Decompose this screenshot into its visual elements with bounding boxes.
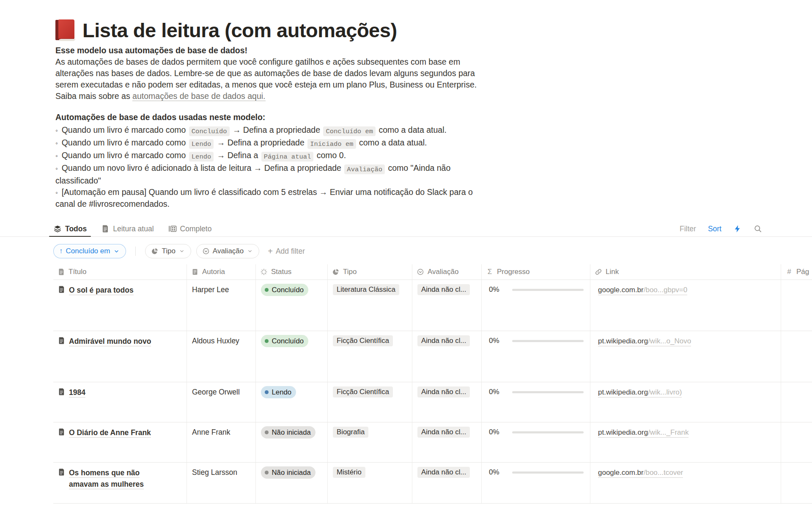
link-value[interactable]: google.com.br/boo...tcover xyxy=(598,469,683,478)
cell-avaliacao[interactable]: Ainda não cl... xyxy=(412,331,482,382)
avaliacao-tag[interactable]: Ainda não cl... xyxy=(417,386,470,397)
automation-list: ◦Quando um livro é marcado como Concluíd… xyxy=(55,124,812,210)
column-header-progresso[interactable]: ΣProgresso xyxy=(482,264,590,280)
cell-progresso[interactable]: 0% xyxy=(482,280,590,331)
row-title[interactable]: Admirável mundo novo xyxy=(69,336,168,347)
avaliacao-tag[interactable]: Ainda não cl... xyxy=(417,335,470,346)
cell-status[interactable]: Não iniciada xyxy=(256,422,328,462)
automations-heading: Automações de base de dados usadas neste… xyxy=(55,112,812,123)
table-row[interactable]: Os homens que não amavam as mulheresStie… xyxy=(53,463,812,504)
chevron-down-icon xyxy=(113,248,120,255)
column-header-link[interactable]: Link xyxy=(590,264,781,280)
cell-progresso[interactable]: 0% xyxy=(482,331,590,382)
column-header-tipo[interactable]: Tipo xyxy=(328,264,412,280)
tipo-tag[interactable]: Ficção Científica xyxy=(333,335,393,346)
cell-autoria[interactable]: Harper Lee xyxy=(187,280,256,331)
cell-autoria[interactable]: George Orwell xyxy=(187,382,256,422)
automations-bolt-icon[interactable] xyxy=(733,225,742,233)
tipo-tag[interactable]: Literatura Clássica xyxy=(333,284,399,295)
tab-leitura-atual[interactable]: Leitura atual xyxy=(97,221,158,236)
tipo-filter-chip[interactable]: Tipo xyxy=(145,244,191,258)
tab-completo[interactable]: Completo xyxy=(164,221,216,236)
cell-status[interactable]: Concluído xyxy=(256,331,328,382)
sort-chip-concluido-em[interactable]: ↑ Concluído em xyxy=(53,244,126,258)
cell-pag[interactable] xyxy=(781,463,812,503)
cell-titulo[interactable]: O sol é para todos xyxy=(53,280,187,331)
cell-tipo[interactable]: Mistério xyxy=(328,463,412,503)
page-title: Lista de leitura (com automações) xyxy=(55,19,812,42)
cell-pag[interactable] xyxy=(781,331,812,382)
table-row[interactable]: Admirável mundo novoAldous HuxleyConcluí… xyxy=(53,331,812,382)
cell-tipo[interactable]: Ficção Científica xyxy=(328,382,412,422)
table-row[interactable]: O sol é para todosHarper LeeConcluídoLit… xyxy=(53,280,812,331)
avaliacao-tag[interactable]: Ainda não cl... xyxy=(417,427,470,438)
table-row[interactable]: 1984George OrwellLendoFicção CientíficaA… xyxy=(53,382,812,422)
filter-button[interactable]: Filter xyxy=(680,225,696,233)
column-header-avaliacao[interactable]: Avaliação xyxy=(412,264,482,280)
add-filter-button[interactable]: + Add filter xyxy=(268,247,305,256)
cell-avaliacao[interactable]: Ainda não cl... xyxy=(412,382,482,422)
cell-tipo[interactable]: Literatura Clássica xyxy=(328,280,412,331)
cell-titulo[interactable]: 1984 xyxy=(53,382,187,422)
cell-titulo[interactable]: Os homens que não amavam as mulheres xyxy=(53,463,187,503)
column-header-pag[interactable]: #Pág xyxy=(781,264,812,280)
cell-progresso[interactable]: 0% xyxy=(482,382,590,422)
column-header-titulo[interactable]: Título xyxy=(53,264,187,280)
cell-status[interactable]: Lendo xyxy=(256,382,328,422)
paragraph-line: As automações de bases de dados permitem… xyxy=(55,56,812,68)
column-label: Link xyxy=(606,268,619,276)
link-value[interactable]: pt.wikipedia.org/wik...livro) xyxy=(598,388,682,397)
cell-pag[interactable] xyxy=(781,422,812,462)
cell-progresso[interactable]: 0% xyxy=(482,463,590,503)
cell-autoria[interactable]: Aldous Huxley xyxy=(187,331,256,382)
chip-divider xyxy=(135,247,136,256)
tipo-tag[interactable]: Biografia xyxy=(333,427,368,438)
cell-link[interactable]: google.com.br/boo...gbpv=0 xyxy=(590,280,781,331)
status-badge[interactable]: Não iniciada xyxy=(261,466,315,479)
progress-value: 0% xyxy=(489,428,499,436)
inline-link[interactable]: automações de base de dados aqui. xyxy=(132,91,265,101)
column-header-status[interactable]: Status xyxy=(256,264,328,280)
cell-titulo[interactable]: O Diário de Anne Frank xyxy=(53,422,187,462)
cell-status[interactable]: Concluído xyxy=(256,280,328,331)
avaliacao-filter-chip[interactable]: Avaliação xyxy=(196,244,259,258)
cell-link[interactable]: pt.wikipedia.org/wik...o_Novo xyxy=(590,331,781,382)
row-title[interactable]: Os homens que não amavam as mulheres xyxy=(69,467,168,490)
table-row[interactable]: O Diário de Anne FrankAnne FrankNão inic… xyxy=(53,422,812,463)
row-title[interactable]: O Diário de Anne Frank xyxy=(69,427,168,438)
row-title[interactable]: O sol é para todos xyxy=(69,285,168,296)
cell-link[interactable]: google.com.br/boo...tcover xyxy=(590,463,781,503)
cell-tipo[interactable]: Biografia xyxy=(328,422,412,462)
cell-avaliacao[interactable]: Ainda não cl... xyxy=(412,463,482,503)
tipo-tag[interactable]: Mistério xyxy=(333,467,365,478)
cell-link[interactable]: pt.wikipedia.org/wik...livro) xyxy=(590,382,781,422)
cell-link[interactable]: pt.wikipedia.org/wik..._Frank xyxy=(590,422,781,462)
status-badge[interactable]: Não iniciada xyxy=(261,426,315,438)
status-badge[interactable]: Concluído xyxy=(261,335,308,347)
search-icon[interactable] xyxy=(754,225,762,233)
status-badge[interactable]: Concluído xyxy=(261,284,308,296)
sort-button[interactable]: Sort xyxy=(708,225,721,233)
cell-pag[interactable] xyxy=(781,382,812,422)
cell-progresso[interactable]: 0% xyxy=(482,422,590,462)
cell-avaliacao[interactable]: Ainda não cl... xyxy=(412,280,482,331)
chip-label: Avaliação xyxy=(213,247,244,255)
cell-tipo[interactable]: Ficção Científica xyxy=(328,331,412,382)
cell-pag[interactable] xyxy=(781,280,812,331)
cell-avaliacao[interactable]: Ainda não cl... xyxy=(412,422,482,462)
status-badge[interactable]: Lendo xyxy=(261,386,296,398)
link-value[interactable]: pt.wikipedia.org/wik..._Frank xyxy=(598,428,689,438)
progress-value: 0% xyxy=(489,468,499,476)
row-title[interactable]: 1984 xyxy=(69,387,168,398)
cell-titulo[interactable]: Admirável mundo novo xyxy=(53,331,187,382)
cell-autoria[interactable]: Anne Frank xyxy=(187,422,256,462)
link-value[interactable]: google.com.br/boo...gbpv=0 xyxy=(598,286,687,295)
link-value[interactable]: pt.wikipedia.org/wik...o_Novo xyxy=(598,337,691,346)
tipo-tag[interactable]: Ficção Científica xyxy=(333,386,393,397)
avaliacao-tag[interactable]: Ainda não cl... xyxy=(417,284,470,295)
cell-autoria[interactable]: Stieg Larsson xyxy=(187,463,256,503)
avaliacao-tag[interactable]: Ainda não cl... xyxy=(417,467,470,478)
cell-status[interactable]: Não iniciada xyxy=(256,463,328,503)
column-header-autoria[interactable]: Autoria xyxy=(187,264,256,280)
tab-todos[interactable]: Todos xyxy=(49,221,91,236)
